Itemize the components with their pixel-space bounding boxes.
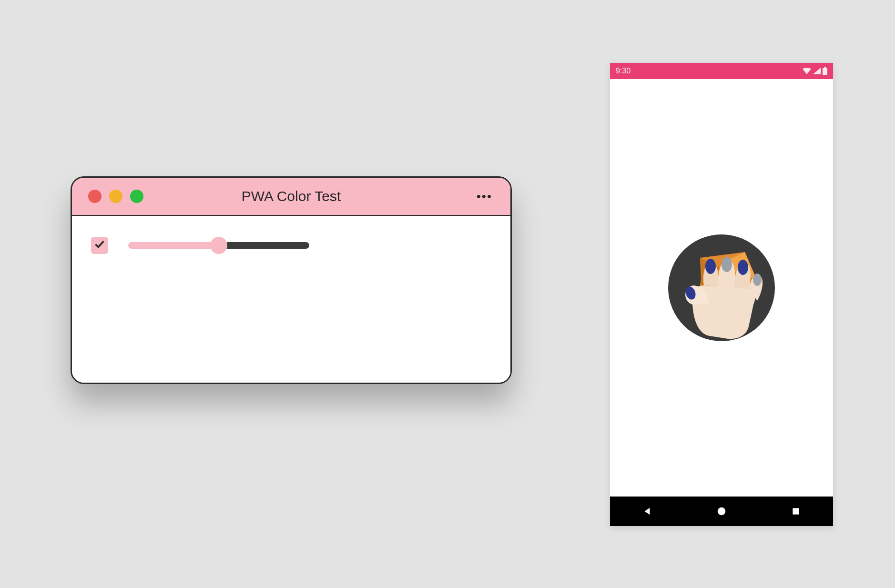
svg-rect-0 <box>823 68 827 75</box>
mac-pwa-window: PWA Color Test ••• <box>71 176 512 384</box>
status-bar: 9:30 <box>610 63 833 79</box>
nav-home-button[interactable] <box>715 505 728 517</box>
squoosh-app-icon <box>667 233 776 343</box>
minimize-button[interactable] <box>109 190 122 203</box>
traffic-lights <box>88 190 143 203</box>
splash-screen <box>610 79 833 497</box>
slider-track-empty <box>219 242 309 249</box>
close-button[interactable] <box>88 190 102 203</box>
signal-icon <box>813 68 821 74</box>
checkmark-icon <box>94 238 105 253</box>
android-nav-bar <box>610 497 833 526</box>
svg-point-6 <box>753 274 762 286</box>
wifi-icon <box>803 68 811 74</box>
checkbox[interactable] <box>91 237 108 254</box>
status-bar-icons <box>803 67 827 75</box>
battery-icon <box>823 67 827 75</box>
window-body <box>72 216 510 383</box>
slider[interactable] <box>128 237 309 254</box>
svg-rect-9 <box>793 508 799 514</box>
svg-point-3 <box>705 259 716 274</box>
titlebar[interactable]: PWA Color Test ••• <box>72 178 510 216</box>
android-phone-frame: 9:30 <box>610 63 833 526</box>
nav-recent-button[interactable] <box>790 505 802 517</box>
svg-point-4 <box>722 257 732 272</box>
slider-track-filled <box>128 242 219 249</box>
window-menu-button[interactable]: ••• <box>477 178 492 215</box>
svg-point-8 <box>718 507 726 516</box>
svg-point-5 <box>738 260 748 275</box>
nav-back-button[interactable] <box>641 505 653 517</box>
status-bar-time: 9:30 <box>616 67 631 75</box>
maximize-button[interactable] <box>130 190 143 203</box>
svg-rect-1 <box>824 67 826 68</box>
slider-thumb[interactable] <box>210 237 227 254</box>
